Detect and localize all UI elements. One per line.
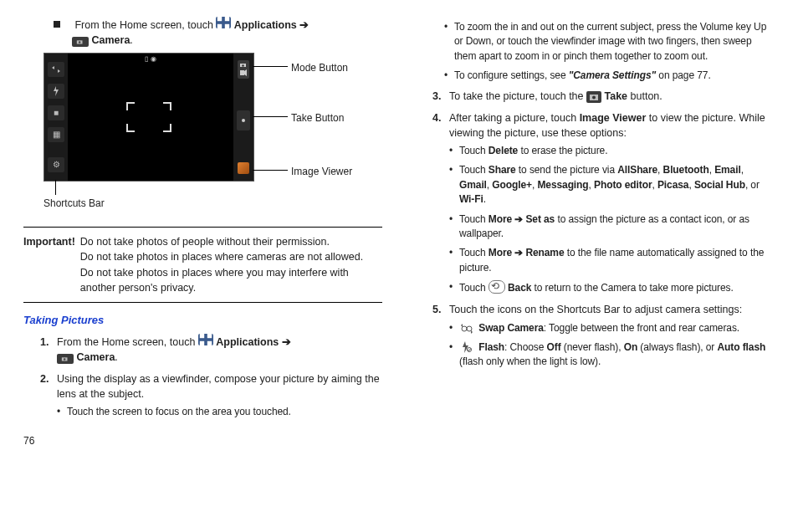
svg-rect-8 xyxy=(240,70,244,75)
swap-camera-icon xyxy=(459,324,476,335)
step2-zoom-bullet: To zoom the in and out on the current su… xyxy=(444,20,775,64)
step2-bullet: Touch the screen to focus on the area yo… xyxy=(57,405,382,419)
svg-rect-2 xyxy=(217,24,222,28)
open-camera-instruction: From the Home screen, touch Applications… xyxy=(23,17,382,48)
steps-list-cont: To take the picture, touch the Take butt… xyxy=(416,89,775,370)
take-button xyxy=(237,110,250,130)
page: From the Home screen, touch Applications… xyxy=(23,17,775,449)
steps-list: From the Home screen, touch Applications… xyxy=(23,334,382,420)
label-mode-button: Mode Button xyxy=(291,61,348,75)
image-viewer-button xyxy=(238,162,249,174)
camera-icon xyxy=(57,354,74,364)
svg-point-5 xyxy=(79,41,81,43)
applications-label: Applications xyxy=(234,19,297,31)
camera-statusbar: ▯ ◉ xyxy=(68,54,233,65)
important-label: Important! xyxy=(23,234,80,295)
svg-rect-1 xyxy=(225,17,229,21)
svg-point-17 xyxy=(592,95,596,99)
bullet-square-icon xyxy=(54,21,60,28)
shortcut-icon: ▦ xyxy=(48,127,64,142)
step2-settings-bullet: To configure settings, see "Camera Setti… xyxy=(444,69,775,83)
focus-brackets-icon xyxy=(126,102,171,132)
left-column: From the Home screen, touch Applications… xyxy=(23,17,382,449)
settings-gear-icon: ⚙ xyxy=(48,157,64,172)
bullet-swap: Swap Camera: Toggle between the front an… xyxy=(449,321,775,335)
camera-icon xyxy=(72,37,89,47)
bullet-back: Touch Back to return to the Camera to ta… xyxy=(449,280,775,295)
svg-rect-10 xyxy=(200,333,204,337)
svg-rect-12 xyxy=(200,340,204,345)
step-2: Using the display as a viewfinder, compo… xyxy=(52,371,382,420)
section-title: Taking Pictures xyxy=(23,313,382,329)
svg-point-15 xyxy=(64,358,66,361)
flash-mode-icon xyxy=(48,84,64,99)
bullet-rename: Touch More ➔ Rename to the file name aut… xyxy=(449,246,775,275)
back-icon xyxy=(489,280,505,294)
right-column: To zoom the in and out on the current su… xyxy=(416,17,775,449)
bullet-flash: Flash: Choose Off (never flash), On (alw… xyxy=(449,340,775,370)
text: From the Home screen, touch xyxy=(74,19,216,31)
svg-rect-11 xyxy=(207,333,212,337)
camera-shortcuts-bar: ■ ▦ ⚙ xyxy=(44,54,68,181)
arrow-icon: ➔ xyxy=(299,19,309,31)
important-box: Important! Do not take photos of people … xyxy=(23,227,382,303)
svg-rect-3 xyxy=(225,24,229,28)
camera-right-bar xyxy=(233,54,253,181)
step-3: To take the picture, touch the Take butt… xyxy=(444,89,775,104)
label-shortcuts-bar: Shortcuts Bar xyxy=(43,197,105,211)
svg-point-9 xyxy=(242,119,245,122)
flash-icon xyxy=(459,341,476,353)
bullet-delete: Touch Delete to erase the picture. xyxy=(449,144,775,158)
take-icon xyxy=(586,91,601,103)
step-1: From the Home screen, touch Applications… xyxy=(52,334,382,365)
step-5: Touch the icons on the Shortcuts Bar to … xyxy=(444,302,775,369)
bullet-setas: Touch More ➔ Set as to assign the pictur… xyxy=(449,212,775,242)
swap-camera-icon xyxy=(48,62,64,77)
camera-figure: ■ ▦ ⚙ ▯ ◉ Mode Button xyxy=(43,53,382,212)
label-take-button: Take Button xyxy=(291,111,344,125)
label-image-viewer: Image Viewer xyxy=(291,165,352,179)
mode-video-icon xyxy=(238,67,249,79)
shortcut-icon: ■ xyxy=(48,105,64,120)
camera-label: Camera xyxy=(91,34,130,46)
step-4: After taking a picture, touch Image View… xyxy=(444,110,775,296)
apps-grid-icon xyxy=(198,334,213,345)
important-body: Do not take photos of people without the… xyxy=(80,234,382,295)
bullet-share: Touch Share to send the picture via AllS… xyxy=(449,163,775,207)
page-number: 76 xyxy=(23,434,382,448)
svg-rect-0 xyxy=(217,17,222,21)
camera-viewfinder: ■ ▦ ⚙ ▯ ◉ xyxy=(43,53,254,182)
apps-grid-icon xyxy=(216,17,231,28)
svg-rect-13 xyxy=(207,340,212,345)
